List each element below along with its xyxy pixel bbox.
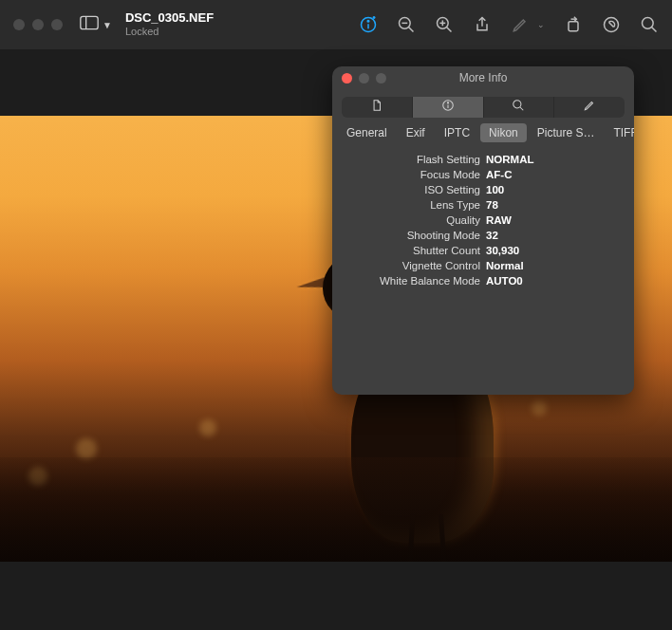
label: White Balance Mode (344, 275, 486, 287)
row-iso-setting: ISO Setting 100 (344, 182, 623, 197)
tab-picture-style[interactable]: Picture S… (529, 123, 604, 142)
window-traffic-lights (13, 19, 63, 30)
seg-search[interactable] (484, 97, 555, 118)
file-status: Locked (125, 26, 214, 38)
row-lens-type: Lens Type 78 (344, 197, 623, 213)
row-focus-mode: Focus Mode AF-C (344, 167, 623, 182)
panel-max[interactable] (376, 73, 386, 83)
bokeh-dot (199, 419, 216, 436)
value: 30,930 (486, 245, 519, 256)
value: Normal (486, 260, 524, 271)
sidebar-icon (80, 15, 99, 34)
tab-nikon[interactable]: Nikon (480, 123, 527, 142)
svg-rect-0 (81, 16, 98, 28)
row-shooting-mode: Shooting Mode 32 (344, 228, 623, 243)
row-quality: Quality RAW (344, 213, 623, 228)
metadata-tabs: General Exif IPTC Nikon Picture S… TIFF (332, 123, 634, 148)
tab-iptc[interactable]: IPTC (436, 123, 478, 142)
value: NORMAL (486, 154, 533, 165)
row-shutter-count: Shutter Count 30,930 (344, 243, 623, 258)
tab-tiff[interactable]: TIFF (605, 123, 634, 142)
value: RAW (486, 214, 512, 226)
traffic-min[interactable] (32, 19, 44, 30)
label: Flash Setting (344, 154, 486, 165)
svg-point-4 (367, 20, 369, 22)
label: Lens Type (344, 199, 486, 211)
seg-annotate[interactable] (554, 97, 625, 118)
svg-point-16 (643, 18, 654, 29)
traffic-close[interactable] (13, 19, 25, 30)
label: Focus Mode (344, 169, 486, 180)
markup-menu-chevron-icon[interactable]: ⌄ (537, 20, 545, 29)
seg-document[interactable] (342, 97, 413, 118)
panel-min[interactable] (359, 73, 369, 83)
main-toolbar: ▼ DSC_0305.NEF Locked (0, 0, 672, 49)
panel-titlebar[interactable]: More Info (332, 66, 634, 89)
panel-mode-segment (332, 89, 634, 123)
zoom-out-button[interactable] (397, 15, 416, 34)
svg-rect-14 (569, 22, 578, 31)
value: AF-C (486, 169, 512, 180)
toolbar-right: ⌄ (359, 0, 659, 49)
more-info-panel: More Info (332, 66, 634, 395)
rotate-button[interactable] (564, 15, 583, 34)
panel-close[interactable] (342, 73, 352, 83)
value: 100 (486, 184, 504, 195)
sidebar-toggle-button[interactable]: ▼ (80, 15, 112, 34)
row-flash-setting: Flash Setting NORMAL (344, 152, 623, 167)
bokeh-dot (532, 400, 547, 416)
label: Quality (344, 214, 486, 226)
label: Shutter Count (344, 245, 486, 256)
title-block: DSC_0305.NEF Locked (125, 11, 214, 38)
traffic-max[interactable] (51, 19, 63, 30)
metadata-list: Flash Setting NORMAL Focus Mode AF-C ISO… (332, 148, 634, 296)
tab-general[interactable]: General (338, 123, 396, 142)
svg-point-20 (447, 102, 448, 103)
row-white-balance-mode: White Balance Mode AUTO0 (344, 273, 623, 288)
svg-line-17 (652, 28, 657, 32)
pencil-icon (583, 99, 596, 116)
svg-line-8 (409, 28, 414, 32)
search-icon (512, 99, 525, 116)
row-vignette-control: Vignette Control Normal (344, 258, 623, 273)
label: Shooting Mode (344, 230, 486, 241)
info-button[interactable] (359, 15, 378, 34)
search-button[interactable] (640, 15, 659, 34)
tab-exif[interactable]: Exif (398, 123, 434, 142)
svg-line-22 (520, 107, 524, 111)
bokeh-dot (76, 438, 97, 459)
share-button[interactable] (473, 15, 492, 34)
value: AUTO0 (486, 275, 523, 287)
panel-traffic-lights (342, 73, 386, 83)
document-icon (370, 99, 383, 116)
ground-shadow (0, 457, 672, 562)
zoom-in-button[interactable] (435, 15, 454, 34)
file-name: DSC_0305.NEF (125, 11, 214, 26)
svg-line-11 (447, 28, 452, 32)
value: 32 (486, 230, 498, 241)
markup-button[interactable] (511, 15, 530, 34)
info-icon (441, 99, 455, 116)
value: 78 (486, 199, 498, 211)
highlight-button[interactable] (602, 15, 621, 34)
label: Vignette Control (344, 260, 486, 271)
chevron-down-icon: ▼ (103, 20, 112, 30)
svg-point-21 (513, 101, 521, 108)
seg-info[interactable] (413, 97, 484, 118)
label: ISO Setting (344, 184, 486, 195)
